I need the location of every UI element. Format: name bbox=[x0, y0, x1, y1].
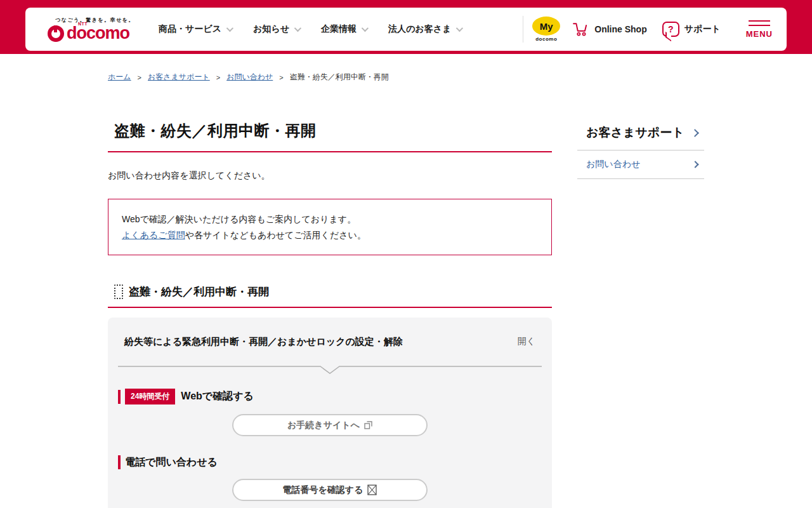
section-heading-block: 盗難・紛失／利用中断・再開 bbox=[108, 284, 552, 308]
breadcrumb-separator: > bbox=[138, 74, 141, 81]
phone-section-heading: 電話で問い合わせる bbox=[118, 455, 542, 469]
cart-icon bbox=[573, 22, 589, 37]
accordion-header[interactable]: 紛失等による緊急利用中断・再開／おまかせロックの設定・解除 開く bbox=[108, 318, 552, 366]
brand-tagline: つなごう。驚きを。幸せを。 bbox=[55, 17, 134, 23]
online-shop-button[interactable]: Online Shop bbox=[573, 22, 646, 37]
phone-number-button[interactable]: 電話番号を確認する bbox=[232, 479, 428, 501]
notice-line-2: よくあるご質問や各サイトなどもあわせてご活用ください。 bbox=[122, 227, 538, 243]
badge-24h: 24時間受付 bbox=[125, 389, 175, 404]
chevron-down-icon bbox=[294, 25, 301, 32]
chevron-right-icon bbox=[691, 161, 698, 168]
notice-line-2-rest: や各サイトなどもあわせてご活用ください。 bbox=[185, 230, 366, 240]
docomo-logo[interactable]: つなごう。驚きを。幸せを。 docomo NTT bbox=[48, 17, 134, 42]
docomo-mark-icon bbox=[48, 25, 64, 42]
page-title-block: 盗難・紛失／利用中断・再開 bbox=[108, 121, 552, 152]
external-link-icon bbox=[364, 421, 372, 429]
support-button[interactable]: ? サポート bbox=[662, 22, 721, 37]
nav-item-products-services[interactable]: 商品・サービス bbox=[159, 23, 232, 35]
notch-divider bbox=[118, 366, 542, 375]
header-band: つなごう。驚きを。幸せを。 docomo NTT 商品・サービス お知らせ 企業… bbox=[0, 0, 812, 54]
accordion-card: 紛失等による緊急利用中断・再開／おまかせロックの設定・解除 開く 24時間受付 … bbox=[108, 318, 552, 508]
web-section-heading: 24時間受付 Webで確認する bbox=[118, 389, 542, 404]
web-heading-label: Webで確認する bbox=[181, 390, 254, 403]
docomo-logo-row: docomo NTT bbox=[48, 25, 134, 42]
sidebar-title: お客さまサポート bbox=[586, 124, 684, 141]
page-title: 盗難・紛失／利用中断・再開 bbox=[114, 121, 552, 141]
docomo-logo-text: docomo bbox=[67, 25, 129, 42]
breadcrumb-separator: > bbox=[279, 74, 283, 81]
sidebar-item-customer-support[interactable]: お客さまサポート bbox=[577, 124, 704, 150]
menu-button[interactable]: MENU bbox=[746, 20, 773, 39]
notice-line-1: Webで確認／解決いただける内容もご案内しております。 bbox=[122, 211, 538, 227]
nav-item-business[interactable]: 法人のお客さま bbox=[388, 23, 461, 35]
my-docomo-icon: My bbox=[532, 17, 560, 36]
header-divider bbox=[523, 16, 523, 43]
chevron-right-icon bbox=[691, 129, 699, 137]
phone-heading-label: 電話で問い合わせる bbox=[125, 456, 218, 469]
hamburger-icon bbox=[749, 20, 770, 26]
breadcrumb-separator: > bbox=[216, 74, 220, 81]
accordion-content: 24時間受付 Webで確認する お手続きサイトへ 電話で問い合わせる 電話番号を… bbox=[108, 375, 552, 501]
broken-image-icon bbox=[367, 485, 377, 495]
main-content: 盗難・紛失／利用中断・再開 お問い合わせ内容を選択してください。 Webで確認／… bbox=[108, 121, 552, 508]
my-docomo-button[interactable]: My docomo bbox=[532, 17, 560, 42]
sidebar-item-contact[interactable]: お問い合わせ bbox=[577, 150, 704, 179]
chevron-down-icon bbox=[456, 25, 463, 32]
nav-item-news[interactable]: お知らせ bbox=[253, 23, 299, 35]
accordion-title: 紛失等による緊急利用中断・再開／おまかせロックの設定・解除 bbox=[124, 336, 403, 348]
breadcrumb-support-link[interactable]: お客さまサポート bbox=[148, 72, 210, 83]
accent-bar bbox=[118, 390, 121, 404]
procedure-site-button[interactable]: お手続きサイトへ bbox=[232, 414, 428, 436]
intro-text: お問い合わせ内容を選択してください。 bbox=[108, 170, 552, 182]
question-bubble-icon: ? bbox=[662, 22, 679, 37]
main-nav: 商品・サービス お知らせ 企業情報 法人のお客さま bbox=[159, 23, 461, 35]
breadcrumb-current: 盗難・紛失／利用中断・再開 bbox=[290, 72, 389, 83]
breadcrumb-contact-link[interactable]: お問い合わせ bbox=[226, 72, 273, 83]
chevron-down-icon bbox=[362, 25, 369, 32]
notice-box: Webで確認／解決いただける内容もご案内しております。 よくあるご質問や各サイト… bbox=[108, 199, 552, 255]
header-right-group: My docomo Online Shop ? サポート bbox=[523, 16, 773, 43]
ntt-label: NTT bbox=[78, 22, 88, 26]
sidebar: お客さまサポート お問い合わせ bbox=[577, 124, 704, 179]
breadcrumb-home-link[interactable]: ホーム bbox=[108, 72, 131, 83]
nav-item-corporate-info[interactable]: 企業情報 bbox=[321, 23, 367, 35]
breadcrumb: ホーム > お客さまサポート > お問い合わせ > 盗難・紛失／利用中断・再開 bbox=[108, 72, 389, 83]
section-title: 盗難・紛失／利用中断・再開 bbox=[129, 284, 269, 299]
chevron-down-icon bbox=[226, 25, 233, 32]
accordion-toggle-label[interactable]: 開く bbox=[518, 336, 535, 347]
header-bar: つなごう。驚きを。幸せを。 docomo NTT 商品・サービス お知らせ 企業… bbox=[25, 8, 787, 51]
faq-link[interactable]: よくあるご質問 bbox=[122, 230, 185, 240]
accent-bar bbox=[118, 455, 121, 469]
phone-dotted-icon bbox=[114, 284, 123, 299]
